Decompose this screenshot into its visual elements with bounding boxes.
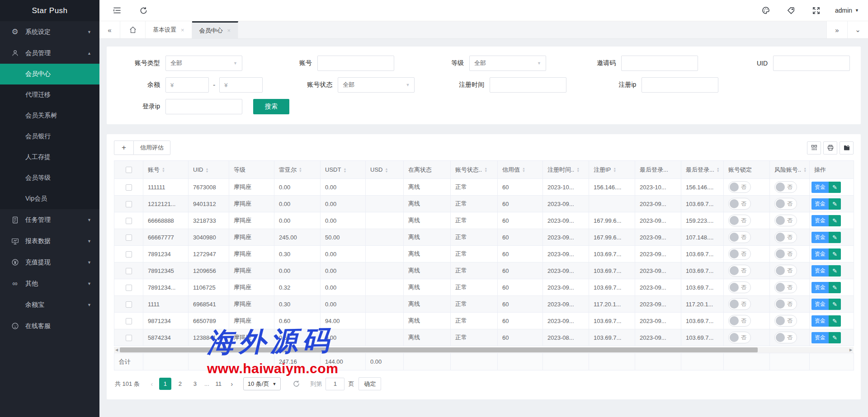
lock-toggle[interactable]: 否	[728, 315, 751, 327]
refresh-icon[interactable]	[138, 5, 148, 15]
col-header-12[interactable]: 最后登录...▲▼	[681, 161, 724, 179]
edit-button[interactable]: ✎	[829, 332, 841, 343]
uid-input[interactable]	[773, 56, 850, 71]
row-checkbox[interactable]	[126, 285, 132, 291]
fund-button[interactable]: 资金	[811, 248, 829, 260]
sort-icon[interactable]: ▲▼	[522, 167, 525, 173]
edit-button[interactable]: ✎	[829, 265, 841, 276]
sidebar-item-7[interactable]: 在线客服	[0, 315, 99, 337]
confirm-button[interactable]: 确定	[359, 377, 381, 390]
risk-toggle[interactable]: 否	[774, 248, 797, 260]
page-number-3[interactable]: 3	[189, 378, 201, 390]
lock-toggle[interactable]: 否	[728, 198, 751, 210]
next-page-icon[interactable]: ›	[226, 380, 238, 388]
edit-button[interactable]: ✎	[829, 198, 841, 210]
fullscreen-icon[interactable]	[811, 5, 821, 15]
sidebar-item-0[interactable]: ⚙系统设定▼	[0, 21, 99, 42]
row-checkbox[interactable]	[126, 318, 132, 324]
fund-button[interactable]: 资金	[811, 332, 829, 343]
fund-button[interactable]: 资金	[811, 282, 829, 293]
balance-min-input[interactable]: ¥	[165, 77, 209, 93]
edit-button[interactable]: ✎	[829, 299, 841, 310]
col-header-7[interactable]: 账号状态..▲▼	[451, 161, 498, 179]
lock-toggle[interactable]: 否	[728, 231, 751, 243]
page-number-11[interactable]: 11	[212, 378, 225, 390]
row-checkbox[interactable]	[126, 268, 132, 274]
col-header-5[interactable]: USD▲▼	[366, 161, 404, 179]
sidebar-subitem-0[interactable]: 会员中心	[0, 64, 99, 84]
edit-button[interactable]: ✎	[829, 215, 841, 226]
reg-ip-input[interactable]	[642, 77, 718, 93]
sort-icon[interactable]: ▲▼	[803, 167, 807, 173]
col-header-0[interactable]: 账号▲▼	[143, 161, 189, 179]
row-checkbox[interactable]	[126, 335, 132, 341]
sort-icon[interactable]: ▲▼	[385, 168, 388, 173]
lock-toggle[interactable]: 否	[728, 298, 751, 310]
sidebar-item-4[interactable]: 充值提现▼	[0, 252, 99, 273]
risk-toggle[interactable]: 否	[774, 181, 797, 193]
add-button[interactable]: +	[114, 141, 134, 155]
columns-icon[interactable]	[807, 141, 821, 155]
sort-icon[interactable]: ▲▼	[484, 167, 487, 173]
lock-toggle[interactable]: 否	[728, 248, 751, 260]
sidebar-subitem-1[interactable]: 代理迁移	[0, 84, 99, 105]
page-size-select[interactable]: 10 条/页 ▼	[243, 377, 281, 390]
sort-icon[interactable]: ▲▼	[299, 167, 302, 173]
col-header-9[interactable]: 注册时间..▲▼	[543, 161, 589, 179]
sidebar-subitem-2[interactable]: 会员关系树	[0, 105, 99, 126]
fund-button[interactable]: 资金	[811, 265, 829, 276]
export-icon[interactable]	[840, 141, 854, 155]
sidebar-item-1[interactable]: 会员管理▲	[0, 42, 99, 64]
tabs-overflow-icon[interactable]: »	[826, 21, 847, 38]
row-checkbox[interactable]	[126, 301, 132, 308]
tabs-menu-icon[interactable]: ⌄	[847, 21, 868, 38]
tag-icon[interactable]	[786, 5, 796, 15]
home-icon[interactable]	[120, 21, 146, 38]
edit-button[interactable]: ✎	[829, 315, 841, 327]
sidebar-item-2[interactable]: 任务管理▼	[0, 209, 99, 230]
col-header-14[interactable]: 风险账号..▲▼	[770, 161, 810, 179]
indent-icon[interactable]	[112, 5, 122, 15]
fund-button[interactable]: 资金	[811, 232, 829, 243]
fund-button[interactable]: 资金	[811, 315, 829, 327]
sort-icon[interactable]: ▲▼	[162, 167, 165, 173]
sort-icon[interactable]: ▲▼	[717, 167, 720, 173]
lock-toggle[interactable]: 否	[728, 281, 751, 293]
scrollbar-thumb[interactable]	[120, 347, 758, 352]
edit-button[interactable]: ✎	[829, 282, 841, 293]
row-checkbox[interactable]	[126, 201, 132, 207]
select-all-checkbox[interactable]	[126, 167, 132, 173]
fund-button[interactable]: 资金	[811, 299, 829, 310]
col-header-10[interactable]: 注册IP▲▼	[589, 161, 635, 179]
risk-toggle[interactable]: 否	[774, 332, 797, 343]
sort-icon[interactable]: ▲▼	[205, 168, 208, 173]
lock-toggle[interactable]: 否	[728, 332, 751, 343]
lock-toggle[interactable]: 否	[728, 265, 751, 276]
tabs-collapse-icon[interactable]: «	[99, 21, 120, 38]
row-checkbox[interactable]	[126, 234, 132, 241]
sidebar-item-6[interactable]: 余额宝▼	[0, 294, 99, 315]
sidebar-item-5[interactable]: ∞其他▼	[0, 273, 99, 294]
level-select[interactable]: 全部 ▼	[469, 56, 546, 71]
fund-button[interactable]: 资金	[811, 182, 829, 193]
risk-toggle[interactable]: 否	[774, 215, 797, 226]
credit-evaluate-button[interactable]: 信用评估	[134, 141, 170, 155]
sidebar-item-3[interactable]: 报表数据▼	[0, 230, 99, 252]
fund-button[interactable]: 资金	[811, 215, 829, 226]
pagination-refresh-icon[interactable]	[292, 380, 300, 388]
risk-toggle[interactable]: 否	[774, 265, 797, 276]
sidebar-subitem-4[interactable]: 人工存提	[0, 147, 99, 168]
risk-toggle[interactable]: 否	[774, 198, 797, 210]
prev-page-icon[interactable]: ‹	[146, 380, 158, 388]
balance-max-input[interactable]: ¥	[219, 77, 263, 93]
row-checkbox[interactable]	[126, 184, 132, 191]
risk-toggle[interactable]: 否	[774, 315, 797, 327]
page-number-1[interactable]: 1	[159, 378, 171, 390]
palette-icon[interactable]	[761, 5, 771, 15]
invite-code-input[interactable]	[621, 56, 698, 71]
sidebar-subitem-6[interactable]: Vip会员	[0, 188, 99, 209]
account-type-select[interactable]: 全部 ▼	[165, 56, 242, 71]
edit-button[interactable]: ✎	[829, 248, 841, 260]
row-checkbox[interactable]	[126, 218, 132, 224]
risk-toggle[interactable]: 否	[774, 231, 797, 243]
